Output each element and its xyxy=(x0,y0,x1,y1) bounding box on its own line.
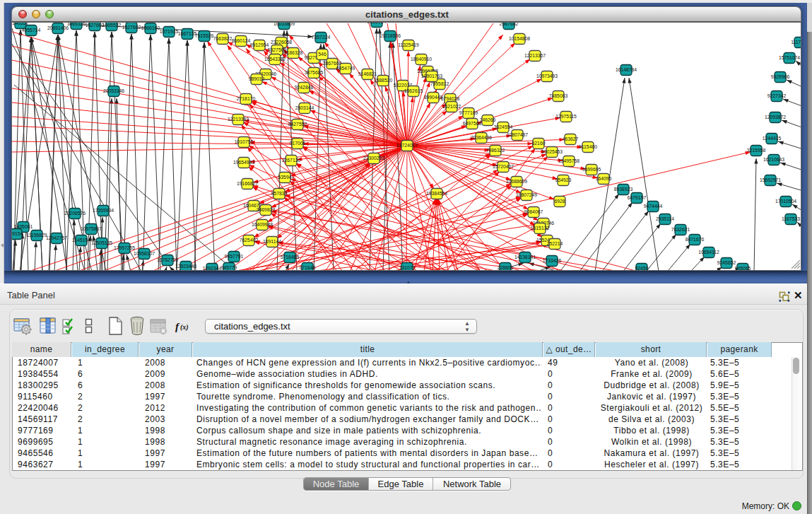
svg-text:16409948: 16409948 xyxy=(252,222,273,227)
svg-text:23226058: 23226058 xyxy=(271,40,292,45)
svg-text:989012: 989012 xyxy=(249,76,265,81)
svg-text:671648: 671648 xyxy=(300,265,316,270)
svg-text:1527602: 1527602 xyxy=(86,23,105,28)
svg-text:6794028: 6794028 xyxy=(441,96,460,101)
svg-text:945065: 945065 xyxy=(735,266,751,270)
svg-text:7357224: 7357224 xyxy=(312,35,331,40)
svg-text:4055714: 4055714 xyxy=(22,28,41,33)
svg-text:12213367: 12213367 xyxy=(524,53,546,58)
svg-text:92450: 92450 xyxy=(635,266,649,270)
svg-text:3267130: 3267130 xyxy=(282,158,301,163)
svg-text:3875685: 3875685 xyxy=(305,70,324,75)
svg-text:1621022: 1621022 xyxy=(442,104,461,109)
svg-text:9777169: 9777169 xyxy=(459,110,478,115)
svg-text:10025453: 10025453 xyxy=(541,149,563,154)
svg-text:857833: 857833 xyxy=(271,191,288,196)
svg-text:228805: 228805 xyxy=(498,265,514,270)
svg-text:15692971: 15692971 xyxy=(760,177,781,182)
svg-text:9699695: 9699695 xyxy=(582,167,601,172)
svg-text:19384554: 19384554 xyxy=(426,191,447,196)
svg-text:1292344: 1292344 xyxy=(203,266,222,270)
svg-text:12505135: 12505135 xyxy=(91,240,112,245)
svg-text:53594: 53594 xyxy=(278,175,292,180)
svg-text:10807487: 10807487 xyxy=(507,132,528,137)
svg-text:9084067: 9084067 xyxy=(524,209,543,214)
svg-text:19654983: 19654983 xyxy=(233,160,254,165)
svg-text:15751074: 15751074 xyxy=(779,55,800,60)
svg-text:9146821: 9146821 xyxy=(358,71,377,76)
svg-text:6928: 6928 xyxy=(554,199,565,204)
svg-text:10901763: 10901763 xyxy=(421,74,442,78)
svg-text:1071915: 1071915 xyxy=(160,29,179,34)
svg-text:746266: 746266 xyxy=(480,117,496,122)
svg-text:6479197: 6479197 xyxy=(628,195,647,200)
svg-text:15720407: 15720407 xyxy=(493,164,514,169)
svg-text:16033809: 16033809 xyxy=(273,23,295,26)
svg-text:7625402: 7625402 xyxy=(240,238,259,243)
svg-text:23300293: 23300293 xyxy=(363,156,384,160)
svg-text:20206576: 20206576 xyxy=(64,211,86,216)
svg-text:9115460: 9115460 xyxy=(579,144,597,149)
svg-text:7515526: 7515526 xyxy=(195,33,214,38)
svg-text:8813054: 8813054 xyxy=(367,23,387,24)
svg-text:7632621: 7632621 xyxy=(671,227,690,232)
svg-text:3624554: 3624554 xyxy=(494,124,513,129)
svg-text:1362615: 1362615 xyxy=(404,88,423,93)
svg-text:131072: 131072 xyxy=(399,265,416,270)
svg-text:1527602: 1527602 xyxy=(122,25,141,30)
svg-text:8471676: 8471676 xyxy=(686,237,705,242)
svg-text:8938923: 8938923 xyxy=(614,187,633,192)
svg-text:12923448: 12923448 xyxy=(175,264,196,269)
svg-text:945779: 945779 xyxy=(221,265,237,270)
svg-text:8990448: 8990448 xyxy=(424,95,443,100)
svg-text:17957255: 17957255 xyxy=(114,245,135,250)
svg-text:10688609: 10688609 xyxy=(506,179,527,184)
svg-text:19166827: 19166827 xyxy=(237,181,258,186)
svg-text:463627: 463627 xyxy=(563,136,579,141)
svg-text:1588520: 1588520 xyxy=(374,78,393,83)
svg-text:5716485: 5716485 xyxy=(281,255,300,259)
svg-text:164095: 164095 xyxy=(596,176,612,181)
svg-text:9457791: 9457791 xyxy=(225,254,244,259)
svg-text:1065326: 1065326 xyxy=(67,23,86,26)
svg-text:9329966: 9329966 xyxy=(771,74,790,79)
svg-text:10975887: 10975887 xyxy=(81,226,102,231)
svg-text:8427552: 8427552 xyxy=(288,122,307,127)
svg-text:917006: 917006 xyxy=(290,141,306,146)
svg-text:18724007: 18724007 xyxy=(396,143,418,148)
svg-text:(x): (x) xyxy=(180,323,189,332)
svg-text:62160: 62160 xyxy=(532,141,546,146)
svg-text:20691406: 20691406 xyxy=(47,25,69,30)
svg-text:3215958: 3215958 xyxy=(747,148,766,153)
svg-text:2718170: 2718170 xyxy=(237,96,256,101)
svg-text:8660124: 8660124 xyxy=(232,38,251,43)
svg-text:f: f xyxy=(175,321,180,332)
svg-text:654923: 654923 xyxy=(555,177,572,182)
svg-text:1010755: 1010755 xyxy=(235,139,254,144)
svg-text:8454749: 8454749 xyxy=(336,66,355,71)
svg-text:2987682: 2987682 xyxy=(500,23,519,26)
svg-text:10654112: 10654112 xyxy=(698,250,719,255)
svg-text:1145194: 1145194 xyxy=(72,238,90,243)
svg-text:6966160: 6966160 xyxy=(141,25,160,30)
svg-text:8912954: 8912954 xyxy=(250,42,269,47)
svg-text:2935114: 2935114 xyxy=(656,216,674,221)
svg-text:9227342: 9227342 xyxy=(767,93,787,98)
svg-text:12975115: 12975115 xyxy=(555,114,577,119)
svg-text:1615132: 1615132 xyxy=(531,226,550,230)
svg-text:6497568: 6497568 xyxy=(463,121,482,126)
svg-text:546: 546 xyxy=(318,52,326,57)
svg-text:19218506: 19218506 xyxy=(379,33,401,38)
svg-text:11325419: 11325419 xyxy=(398,42,419,47)
svg-text:7955812: 7955812 xyxy=(430,81,449,86)
svg-text:15495758: 15495758 xyxy=(558,158,579,163)
svg-text:16782759: 16782759 xyxy=(157,257,178,262)
svg-text:2867608: 2867608 xyxy=(323,61,342,66)
svg-text:10154808: 10154808 xyxy=(509,36,530,41)
svg-text:20053346: 20053346 xyxy=(103,88,124,93)
svg-text:2803144: 2803144 xyxy=(295,105,314,110)
svg-text:1117234: 1117234 xyxy=(791,40,801,45)
svg-text:20364436: 20364436 xyxy=(471,135,492,140)
svg-text:16210643: 16210643 xyxy=(763,157,784,162)
svg-text:7485063: 7485063 xyxy=(549,93,568,98)
